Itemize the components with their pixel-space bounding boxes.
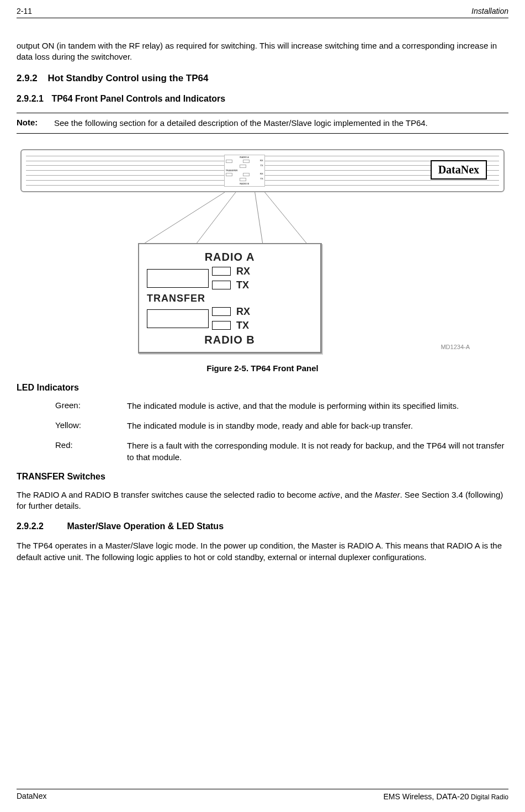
heading-2-9-2-1: 2.9.2.1 TP64 Front Panel Controls and In…: [17, 94, 508, 104]
heading-2-9-2-2: 2.9.2.2 Master/Slave Operation & LED Sta…: [17, 521, 508, 531]
zoom-transfer-a-switch: [147, 269, 209, 288]
figure-caption: Figure 2-5. TP64 Front Panel: [17, 363, 508, 373]
page-footer: DataNex EMS Wireless, DATA-20 Digital Ra…: [17, 789, 508, 801]
indicator-yellow: Yellow: The indicated module is in stand…: [55, 420, 508, 431]
zoom-rx-b-label: RX: [236, 306, 250, 318]
intro-paragraph: output ON (in tandem with the RF relay) …: [17, 40, 508, 63]
master-slave-paragraph: The TP64 operates in a Master/Slave logi…: [17, 540, 508, 563]
zoom-transfer-b-switch: [147, 309, 209, 328]
indicator-green: Green: The indicated module is active, a…: [55, 400, 508, 412]
zoom-led-b-tx: [212, 321, 231, 330]
zoom-tx-b-label: TX: [236, 320, 249, 331]
header-page-num: 2-11: [17, 7, 32, 15]
indicator-green-label: Green:: [55, 400, 127, 412]
zoom-led-a-tx: [212, 281, 231, 289]
transfer-paragraph: The RADIO A and RADIO B transfer switche…: [17, 489, 508, 512]
led-indicators-heading: LED Indicators: [17, 383, 508, 393]
zoom-radio-a-label: RADIO A: [147, 251, 312, 263]
indicator-yellow-text: The indicated module is in standby mode,…: [127, 420, 508, 431]
note-block: Note: See the following section for a de…: [17, 113, 508, 134]
rack-mini-panel: RADIO A RX TX TRANSFER RX TX RADIO B: [224, 155, 265, 187]
footer-right: EMS Wireless, DATA-20 Digital Radio: [383, 792, 508, 801]
heading-2-9-2-num: 2.9.2: [17, 73, 38, 83]
svg-line-3: [264, 192, 306, 243]
zoom-rx-a-label: RX: [236, 266, 250, 277]
heading-2-9-2-1-title: TP64 Front Panel Controls and Indicators: [51, 94, 225, 103]
zoom-led-b-rx: [212, 307, 231, 316]
rack-unit: RADIO A RX TX TRANSFER RX TX RADIO B Dat…: [20, 149, 505, 192]
indicator-green-text: The indicated module is active, and that…: [127, 400, 508, 412]
page-header: 2-11 Installation: [17, 7, 508, 18]
heading-2-9-2-title: Hot Standby Control using the TP64: [48, 73, 209, 83]
heading-2-9-2-2-num: 2.9.2.2: [17, 521, 44, 531]
svg-line-0: [145, 192, 225, 243]
zoom-transfer-label: TRANSFER: [147, 293, 312, 304]
svg-line-2: [255, 192, 263, 243]
indicator-red-text: There is a fault with the corresponding …: [127, 440, 508, 463]
datanex-label: DataNex: [431, 160, 487, 180]
zoom-tx-a-label: TX: [236, 280, 249, 291]
note-label: Note:: [17, 118, 54, 129]
indicator-red: Red: There is a fault with the correspon…: [55, 440, 508, 463]
zoom-panel: RADIO A RX TX TRANSFER: [138, 243, 322, 354]
svg-line-1: [197, 192, 235, 243]
heading-2-9-2-2-title: Master/Slave Operation & LED Status: [67, 521, 224, 531]
header-section-title: Installation: [471, 7, 508, 15]
heading-2-9-2-1-num: 2.9.2.1: [17, 94, 44, 103]
footer-left: DataNex: [17, 792, 46, 801]
heading-2-9-2: 2.9.2 Hot Standby Control using the TP64: [17, 73, 508, 84]
note-text: See the following section for a detailed…: [54, 118, 508, 129]
projection-lines: [22, 192, 503, 243]
indicator-yellow-label: Yellow:: [55, 420, 127, 431]
transfer-switches-heading: TRANSFER Switches: [17, 472, 508, 482]
indicator-red-label: Red:: [55, 440, 127, 463]
zoom-led-a-rx: [212, 267, 231, 276]
figure-2-5: RADIO A RX TX TRANSFER RX TX RADIO B Dat…: [17, 149, 508, 373]
